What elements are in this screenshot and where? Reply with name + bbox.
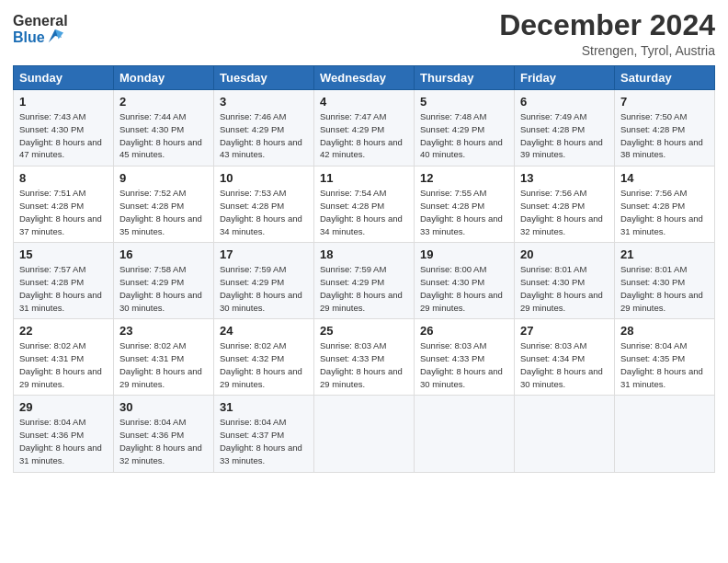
col-thursday: Thursday	[415, 66, 515, 90]
day-info: Sunrise: 8:02 AMSunset: 4:31 PMDaylight:…	[19, 339, 108, 390]
col-tuesday: Tuesday	[214, 66, 314, 90]
table-row: 12 Sunrise: 7:55 AMSunset: 4:28 PMDaylig…	[415, 167, 515, 243]
day-info: Sunrise: 8:03 AMSunset: 4:33 PMDaylight:…	[420, 339, 508, 390]
day-number: 5	[420, 95, 508, 109]
day-info: Sunrise: 7:52 AMSunset: 4:28 PMDaylight:…	[119, 187, 208, 237]
day-info: Sunrise: 7:54 AMSunset: 4:28 PMDaylight:…	[320, 187, 408, 237]
table-row	[615, 396, 715, 472]
day-number: 25	[320, 324, 408, 338]
table-row: 22 Sunrise: 8:02 AMSunset: 4:31 PMDaylig…	[14, 319, 114, 396]
table-row: 21 Sunrise: 8:01 AMSunset: 4:30 PMDaylig…	[615, 243, 715, 319]
day-number: 18	[320, 247, 408, 261]
table-row: 25 Sunrise: 8:03 AMSunset: 4:33 PMDaylig…	[314, 319, 415, 396]
day-info: Sunrise: 7:56 AMSunset: 4:28 PMDaylight:…	[620, 187, 709, 237]
table-row: 17 Sunrise: 7:59 AMSunset: 4:29 PMDaylig…	[214, 243, 314, 319]
table-row: 9 Sunrise: 7:52 AMSunset: 4:28 PMDayligh…	[114, 167, 214, 243]
calendar-week-row: 1 Sunrise: 7:43 AMSunset: 4:30 PMDayligh…	[14, 90, 715, 167]
day-info: Sunrise: 8:03 AMSunset: 4:33 PMDaylight:…	[320, 339, 408, 390]
day-info: Sunrise: 7:47 AMSunset: 4:29 PMDaylight:…	[320, 110, 408, 161]
table-row: 26 Sunrise: 8:03 AMSunset: 4:33 PMDaylig…	[415, 319, 515, 396]
table-row: 30 Sunrise: 8:04 AMSunset: 4:36 PMDaylig…	[114, 396, 214, 472]
table-row	[314, 396, 415, 472]
calendar-week-row: 15 Sunrise: 7:57 AMSunset: 4:28 PMDaylig…	[14, 243, 715, 319]
table-row: 16 Sunrise: 7:58 AMSunset: 4:29 PMDaylig…	[114, 243, 214, 319]
day-info: Sunrise: 8:01 AMSunset: 4:30 PMDaylight:…	[620, 263, 709, 314]
day-info: Sunrise: 8:04 AMSunset: 4:36 PMDaylight:…	[119, 416, 208, 466]
page: General Blue December 2024 Strengen, Tyr…	[0, 0, 728, 563]
day-info: Sunrise: 7:59 AMSunset: 4:29 PMDaylight:…	[320, 263, 408, 314]
day-number: 22	[19, 324, 108, 338]
table-row: 29 Sunrise: 8:04 AMSunset: 4:36 PMDaylig…	[14, 396, 114, 472]
day-number: 20	[520, 247, 609, 261]
table-row: 13 Sunrise: 7:56 AMSunset: 4:28 PMDaylig…	[515, 167, 615, 243]
day-info: Sunrise: 7:50 AMSunset: 4:28 PMDaylight:…	[620, 110, 709, 161]
day-number: 1	[19, 95, 108, 109]
day-number: 21	[620, 247, 709, 261]
table-row: 31 Sunrise: 8:04 AMSunset: 4:37 PMDaylig…	[214, 396, 314, 472]
day-number: 14	[620, 171, 709, 185]
calendar-week-row: 29 Sunrise: 8:04 AMSunset: 4:36 PMDaylig…	[14, 396, 715, 472]
calendar-week-row: 8 Sunrise: 7:51 AMSunset: 4:28 PMDayligh…	[14, 167, 715, 243]
day-info: Sunrise: 7:55 AMSunset: 4:28 PMDaylight:…	[420, 187, 508, 237]
day-number: 16	[119, 247, 208, 261]
table-row: 28 Sunrise: 8:04 AMSunset: 4:35 PMDaylig…	[615, 319, 715, 396]
day-info: Sunrise: 7:49 AMSunset: 4:28 PMDaylight:…	[520, 110, 609, 161]
day-number: 12	[420, 171, 508, 185]
table-row: 7 Sunrise: 7:50 AMSunset: 4:28 PMDayligh…	[615, 90, 715, 167]
table-row: 8 Sunrise: 7:51 AMSunset: 4:28 PMDayligh…	[14, 167, 114, 243]
day-info: Sunrise: 7:43 AMSunset: 4:30 PMDaylight:…	[19, 110, 108, 161]
day-number: 27	[520, 324, 609, 338]
day-info: Sunrise: 8:03 AMSunset: 4:34 PMDaylight:…	[520, 339, 609, 390]
day-info: Sunrise: 7:48 AMSunset: 4:29 PMDaylight:…	[420, 110, 508, 161]
day-number: 23	[119, 324, 208, 338]
col-friday: Friday	[515, 66, 615, 90]
calendar-table: Sunday Monday Tuesday Wednesday Thursday…	[13, 65, 715, 472]
day-number: 2	[119, 95, 208, 109]
day-info: Sunrise: 7:44 AMSunset: 4:30 PMDaylight:…	[119, 110, 208, 161]
day-number: 29	[19, 400, 108, 414]
day-info: Sunrise: 8:02 AMSunset: 4:31 PMDaylight:…	[119, 339, 208, 390]
day-number: 30	[119, 400, 208, 414]
day-number: 17	[220, 247, 308, 261]
day-number: 3	[220, 95, 308, 109]
table-row: 24 Sunrise: 8:02 AMSunset: 4:32 PMDaylig…	[214, 319, 314, 396]
table-row: 23 Sunrise: 8:02 AMSunset: 4:31 PMDaylig…	[114, 319, 214, 396]
logo: General Blue	[13, 13, 68, 46]
table-row: 14 Sunrise: 7:56 AMSunset: 4:28 PMDaylig…	[615, 167, 715, 243]
header: General Blue December 2024 Strengen, Tyr…	[13, 9, 715, 58]
day-info: Sunrise: 8:01 AMSunset: 4:30 PMDaylight:…	[520, 263, 609, 314]
day-info: Sunrise: 7:51 AMSunset: 4:28 PMDaylight:…	[19, 187, 108, 237]
day-info: Sunrise: 8:04 AMSunset: 4:36 PMDaylight:…	[19, 416, 108, 466]
col-monday: Monday	[114, 66, 214, 90]
table-row: 15 Sunrise: 7:57 AMSunset: 4:28 PMDaylig…	[14, 243, 114, 319]
day-number: 19	[420, 247, 508, 261]
col-sunday: Sunday	[14, 66, 114, 90]
table-row: 18 Sunrise: 7:59 AMSunset: 4:29 PMDaylig…	[314, 243, 415, 319]
day-number: 13	[520, 171, 609, 185]
table-row: 11 Sunrise: 7:54 AMSunset: 4:28 PMDaylig…	[314, 167, 415, 243]
day-number: 6	[520, 95, 609, 109]
calendar-week-row: 22 Sunrise: 8:02 AMSunset: 4:31 PMDaylig…	[14, 319, 715, 396]
day-info: Sunrise: 7:53 AMSunset: 4:28 PMDaylight:…	[220, 187, 308, 237]
day-number: 10	[220, 171, 308, 185]
location: Strengen, Tyrol, Austria	[499, 43, 715, 58]
day-number: 24	[220, 324, 308, 338]
table-row	[415, 396, 515, 472]
table-row: 19 Sunrise: 8:00 AMSunset: 4:30 PMDaylig…	[415, 243, 515, 319]
day-number: 26	[420, 324, 508, 338]
day-info: Sunrise: 7:57 AMSunset: 4:28 PMDaylight:…	[19, 263, 108, 314]
day-info: Sunrise: 7:59 AMSunset: 4:29 PMDaylight:…	[220, 263, 308, 314]
day-number: 15	[19, 247, 108, 261]
day-info: Sunrise: 8:02 AMSunset: 4:32 PMDaylight:…	[220, 339, 308, 390]
table-row: 20 Sunrise: 8:01 AMSunset: 4:30 PMDaylig…	[515, 243, 615, 319]
calendar-header-row: Sunday Monday Tuesday Wednesday Thursday…	[14, 66, 715, 90]
table-row: 27 Sunrise: 8:03 AMSunset: 4:34 PMDaylig…	[515, 319, 615, 396]
table-row: 10 Sunrise: 7:53 AMSunset: 4:28 PMDaylig…	[214, 167, 314, 243]
day-number: 4	[320, 95, 408, 109]
month-title: December 2024	[499, 9, 715, 41]
day-number: 9	[119, 171, 208, 185]
table-row: 6 Sunrise: 7:49 AMSunset: 4:28 PMDayligh…	[515, 90, 615, 167]
table-row: 2 Sunrise: 7:44 AMSunset: 4:30 PMDayligh…	[114, 90, 214, 167]
day-number: 11	[320, 171, 408, 185]
logo-blue: Blue	[13, 29, 45, 46]
